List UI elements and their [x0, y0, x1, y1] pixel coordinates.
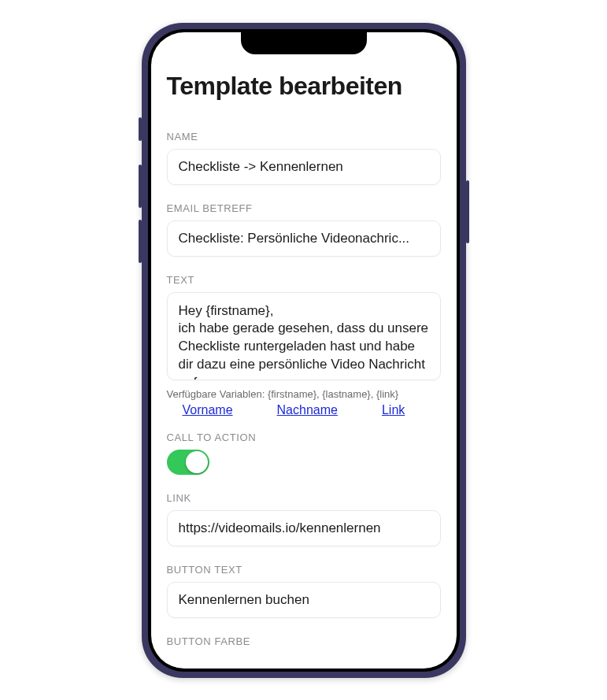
textarea-text[interactable]	[167, 292, 441, 380]
input-link[interactable]	[167, 510, 441, 546]
form-content: Template bearbeiten NAME EMAIL BETREFF T…	[151, 32, 457, 669]
phone-bezel: Template bearbeiten NAME EMAIL BETREFF T…	[148, 29, 460, 672]
field-button-text: BUTTON TEXT	[167, 564, 441, 618]
toggle-knob	[186, 451, 208, 473]
phone-side-button	[139, 220, 142, 263]
input-name[interactable]	[167, 149, 441, 185]
phone-side-button	[139, 117, 142, 141]
variable-links: Vorname Nachname Link	[167, 403, 441, 417]
var-link-lastname[interactable]: Nachname	[277, 403, 338, 417]
input-email-subject[interactable]	[167, 220, 441, 257]
label-cta: CALL TO ACTION	[167, 431, 441, 443]
phone-notch	[241, 32, 367, 54]
var-link-link[interactable]: Link	[382, 403, 405, 417]
label-button-text: BUTTON TEXT	[167, 564, 441, 576]
phone-screen: Template bearbeiten NAME EMAIL BETREFF T…	[151, 32, 457, 669]
variables-hint: Verfügbare Variablen: {firstname}, {last…	[167, 388, 441, 400]
field-email-subject: EMAIL BETREFF	[167, 202, 441, 257]
phone-frame: Template bearbeiten NAME EMAIL BETREFF T…	[142, 23, 466, 678]
var-link-firstname[interactable]: Vorname	[183, 403, 233, 417]
page-title: Template bearbeiten	[167, 72, 441, 101]
field-text: TEXT Verfügbare Variablen: {firstname}, …	[167, 274, 441, 400]
toggle-cta[interactable]	[167, 450, 209, 475]
phone-side-button	[139, 165, 142, 208]
field-button-color: BUTTON FARBE	[167, 635, 441, 647]
label-button-color: BUTTON FARBE	[167, 635, 441, 647]
label-name: NAME	[167, 131, 441, 143]
input-button-text[interactable]	[167, 582, 441, 618]
field-link: LINK	[167, 492, 441, 546]
label-link: LINK	[167, 492, 441, 504]
label-email-subject: EMAIL BETREFF	[167, 202, 441, 214]
phone-side-button	[466, 180, 469, 243]
field-name: NAME	[167, 131, 441, 185]
field-cta: CALL TO ACTION	[167, 431, 441, 475]
label-text: TEXT	[167, 274, 441, 286]
